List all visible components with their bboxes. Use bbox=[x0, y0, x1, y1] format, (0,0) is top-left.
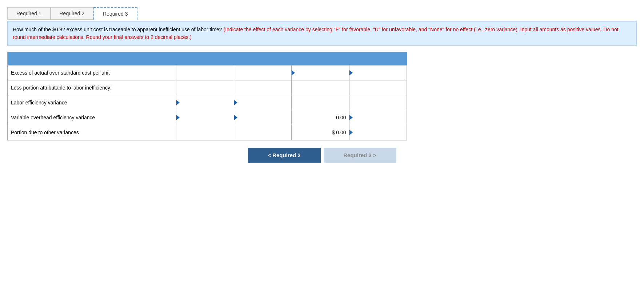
dollar-sign: $ bbox=[332, 130, 335, 135]
row1-col3-input[interactable] bbox=[297, 68, 346, 78]
row3-col2-arrow bbox=[234, 100, 237, 105]
row1-col4-input[interactable] bbox=[355, 68, 404, 78]
row4-col4[interactable] bbox=[349, 110, 407, 125]
row4-col4-input[interactable] bbox=[355, 112, 404, 123]
row5-col2[interactable] bbox=[234, 125, 291, 140]
row4-col4-arrow bbox=[349, 115, 353, 120]
row3-label: Labor efficiency variance bbox=[8, 95, 176, 110]
row2-col1-input[interactable] bbox=[179, 83, 231, 93]
row5-col4-input[interactable] bbox=[355, 127, 404, 138]
row1-col4[interactable] bbox=[349, 65, 407, 80]
row2-col2-input[interactable] bbox=[237, 83, 288, 93]
row3-col1[interactable] bbox=[176, 95, 234, 110]
row3-col2[interactable] bbox=[234, 95, 291, 110]
row1-col2-input[interactable] bbox=[237, 68, 288, 78]
row4-col1-arrow bbox=[176, 115, 180, 120]
row5-col3: $ 0.00 bbox=[292, 125, 349, 140]
row3-col4-input[interactable] bbox=[352, 98, 404, 108]
row4-col1-input[interactable] bbox=[181, 112, 231, 123]
tab-required2[interactable]: Required 2 bbox=[51, 7, 94, 20]
data-table-container: Excess of actual over standard cost per … bbox=[7, 52, 407, 140]
row2-col1[interactable] bbox=[176, 80, 234, 95]
row2-col4[interactable] bbox=[349, 80, 407, 95]
row4-col2-input[interactable] bbox=[239, 112, 288, 123]
row5-col1[interactable] bbox=[176, 125, 234, 140]
prev-button[interactable]: < Required 2 bbox=[248, 148, 321, 163]
table-row: Excess of actual over standard cost per … bbox=[8, 65, 407, 80]
table-row: Variable overhead efficiency variance 0.… bbox=[8, 110, 407, 125]
row4-col1[interactable] bbox=[176, 110, 234, 125]
table-header-bar bbox=[8, 52, 407, 65]
row1-col2[interactable] bbox=[234, 65, 291, 80]
row1-col4-arrow bbox=[349, 70, 353, 75]
row4-col2[interactable] bbox=[234, 110, 291, 125]
row4-col3: 0.00 bbox=[292, 110, 349, 125]
tab-bar: Required 1 Required 2 Required 3 bbox=[7, 7, 637, 20]
row2-col4-input[interactable] bbox=[352, 83, 404, 93]
row5-col3-value: $ 0.00 bbox=[295, 130, 346, 135]
row1-col3-arrow bbox=[292, 70, 295, 75]
row4-label: Variable overhead efficiency variance bbox=[8, 110, 176, 125]
tab-required3[interactable]: Required 3 bbox=[93, 7, 137, 20]
row4-col2-arrow bbox=[234, 115, 237, 120]
next-button[interactable]: Required 3 > bbox=[324, 148, 396, 163]
table-row: Less portion attributable to labor ineff… bbox=[8, 80, 407, 95]
row1-col1[interactable] bbox=[176, 65, 234, 80]
row5-col2-input[interactable] bbox=[237, 127, 288, 138]
data-table: Excess of actual over standard cost per … bbox=[8, 65, 407, 140]
tab-required1[interactable]: Required 1 bbox=[7, 7, 51, 20]
instruction-box: How much of the $0.82 excess unit cost i… bbox=[7, 21, 637, 46]
table-row: Labor efficiency variance bbox=[8, 95, 407, 110]
row1-col1-input[interactable] bbox=[179, 68, 231, 78]
row2-col3-input[interactable] bbox=[295, 83, 346, 93]
row5-col3-amount: 0.00 bbox=[336, 130, 346, 135]
row5-col1-input[interactable] bbox=[179, 127, 231, 138]
row3-col2-input[interactable] bbox=[239, 98, 288, 108]
row5-label: Portion due to other variances bbox=[8, 125, 176, 140]
row5-col4-arrow bbox=[349, 130, 353, 135]
instruction-main: How much of the $0.82 excess unit cost i… bbox=[13, 27, 222, 32]
row2-label: Less portion attributable to labor ineff… bbox=[8, 80, 176, 95]
row3-col1-arrow bbox=[176, 100, 180, 105]
row5-col4[interactable] bbox=[349, 125, 407, 140]
row3-col4[interactable] bbox=[349, 95, 407, 110]
row1-col3[interactable] bbox=[292, 65, 349, 80]
row3-col3-input[interactable] bbox=[295, 98, 346, 108]
table-row: Portion due to other variances $ 0.00 bbox=[8, 125, 407, 140]
row1-label: Excess of actual over standard cost per … bbox=[8, 65, 176, 80]
row2-col2[interactable] bbox=[234, 80, 291, 95]
nav-buttons: < Required 2 Required 3 > bbox=[7, 148, 637, 163]
row3-col1-input[interactable] bbox=[181, 98, 231, 108]
row3-col3[interactable] bbox=[292, 95, 349, 110]
row2-col3[interactable] bbox=[292, 80, 349, 95]
